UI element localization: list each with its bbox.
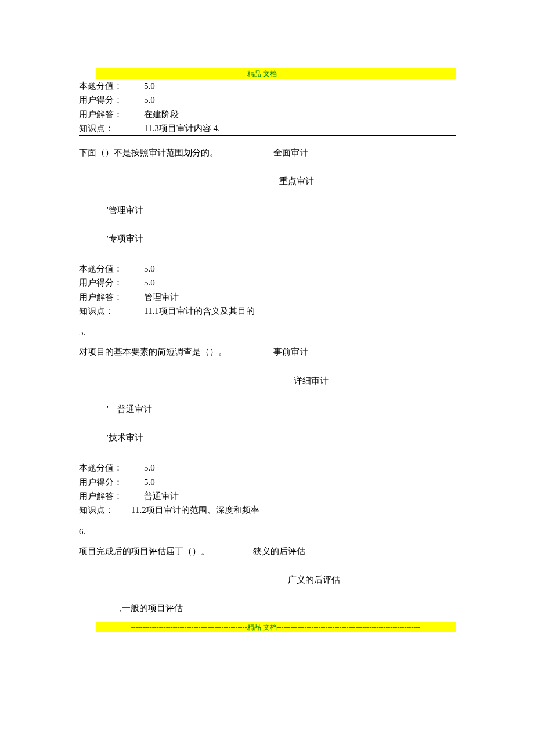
- q5-option-c: ' 普通审计: [107, 403, 456, 416]
- kp-label: 知识点：: [79, 504, 131, 517]
- document-page: ----------------------------------------…: [0, 0, 534, 756]
- q5-user-score-row: 用户得分： 5.0: [79, 476, 456, 489]
- score-label: 本题分值：: [79, 461, 144, 475]
- content-area: 本题分值： 5.0 用户得分： 5.0 用户解答： 在建阶段 知识点： 11.3…: [79, 79, 456, 615]
- q4-user-answer-row: 用户解答： 管理审计: [79, 291, 456, 304]
- score-value: 5.0: [144, 79, 155, 93]
- user-score-label: 用户得分：: [79, 93, 144, 107]
- q6-option-b: 广义的后评估: [79, 573, 456, 587]
- banner-dash-left: ----------------------------------------…: [131, 68, 247, 79]
- kp-label: 知识点：: [79, 122, 144, 135]
- q6-option-c: ,一般的项目评估: [120, 602, 456, 615]
- kp-label: 知识点：: [79, 305, 144, 318]
- user-answer-label: 用户解答：: [79, 291, 144, 304]
- q5-option-a: 事前审计: [273, 345, 308, 359]
- user-answer-label: 用户解答：: [79, 490, 144, 503]
- banner-center-text: 精品 文档: [247, 68, 277, 79]
- q5-user-answer-row: 用户解答： 普通审计: [79, 490, 456, 503]
- q3-kp-row: 知识点： 11.3项目审计内容 4.: [79, 122, 456, 136]
- user-answer-value: 管理审计: [144, 291, 179, 304]
- banner-dash-right: ----------------------------------------…: [277, 68, 421, 79]
- banner-center-text: 精品 文档: [247, 622, 277, 632]
- score-value: 5.0: [144, 262, 155, 276]
- q3-score-row: 本题分值： 5.0: [79, 79, 456, 93]
- q5-question-text: 对项目的基本要素的简短调查是（）。: [79, 345, 273, 359]
- q5-option-d: '技术审计: [107, 431, 456, 444]
- q4-kp-row: 知识点： 11.1项目审计的含义及其目的: [79, 305, 456, 318]
- user-answer-value: 在建阶段: [144, 108, 179, 121]
- q3-user-score-row: 用户得分： 5.0: [79, 93, 456, 107]
- q3-user-answer-row: 用户解答： 在建阶段: [79, 108, 456, 121]
- user-score-label: 用户得分：: [79, 276, 144, 290]
- q5-option-b: 详细审计: [79, 374, 456, 388]
- q4-user-score-row: 用户得分： 5.0: [79, 276, 456, 290]
- q6-question-line: 项目完成后的项目评估届丁（）。 狭义的后评估: [79, 545, 456, 558]
- user-score-label: 用户得分：: [79, 476, 144, 489]
- q4-score-row: 本题分值： 5.0: [79, 262, 456, 276]
- q5-kp-row: 知识点： 11.2项目审计的范围、深度和频率: [79, 504, 456, 517]
- q5-score-row: 本题分值： 5.0: [79, 461, 456, 475]
- user-score-value: 5.0: [144, 93, 155, 107]
- q4-option-c: '管理审计: [107, 204, 456, 217]
- question-number-6: 6.: [79, 525, 456, 538]
- user-answer-label: 用户解答：: [79, 108, 144, 121]
- score-value: 5.0: [144, 461, 155, 475]
- q4-option-b: 重点审计: [79, 175, 456, 188]
- score-label: 本题分值：: [79, 262, 144, 276]
- q4-option-d: '专项审计: [107, 232, 456, 245]
- kp-value: 11.1项目审计的含义及其目的: [144, 305, 255, 318]
- footer-banner: ----------------------------------------…: [96, 622, 456, 632]
- score-label: 本题分值：: [79, 79, 144, 93]
- kp-value: 11.2项目审计的范围、深度和频率: [131, 504, 259, 517]
- banner-dash-right: ----------------------------------------…: [277, 622, 421, 632]
- header-banner: ----------------------------------------…: [96, 68, 456, 79]
- q4-question-line: 下面（）不是按照审计范围划分的。 全面审计: [79, 146, 456, 160]
- q4-option-a: 全面审计: [273, 146, 308, 160]
- q6-option-a: 狭义的后评估: [253, 545, 305, 558]
- banner-dash-left: ----------------------------------------…: [131, 622, 247, 632]
- question-number-5: 5.: [79, 326, 456, 339]
- q5-question-line: 对项目的基本要素的简短调查是（）。 事前审计: [79, 345, 456, 359]
- user-score-value: 5.0: [144, 276, 155, 290]
- q4-question-text: 下面（）不是按照审计范围划分的。: [79, 146, 273, 160]
- kp-value: 11.3项目审计内容 4.: [144, 122, 220, 135]
- user-answer-value: 普通审计: [144, 490, 179, 503]
- user-score-value: 5.0: [144, 476, 155, 489]
- q6-question-text: 项目完成后的项目评估届丁（）。: [79, 545, 253, 558]
